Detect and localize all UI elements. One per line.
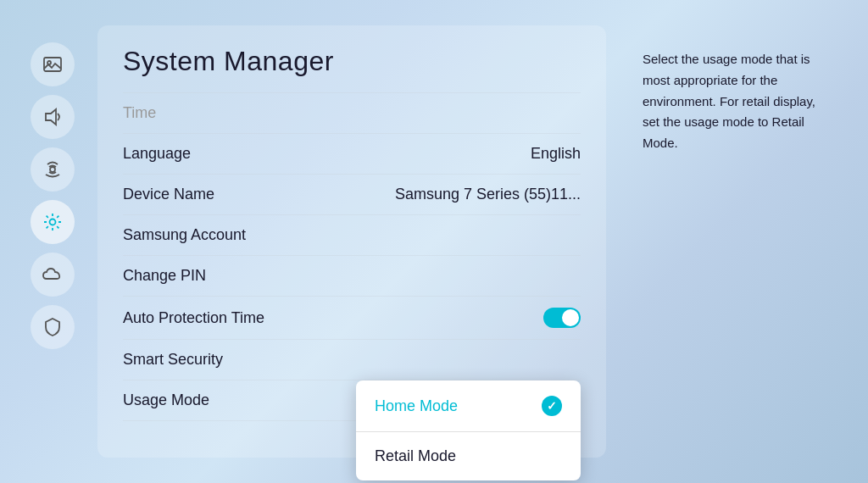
menu-item-language[interactable]: Language English [123, 134, 581, 175]
dropdown-option-home-mode[interactable]: Home Mode [356, 380, 581, 432]
menu-item-auto-protection[interactable]: Auto Protection Time [123, 297, 581, 340]
usage-mode-label: Usage Mode [123, 391, 209, 409]
menu-item-samsung-account[interactable]: Samsung Account [123, 215, 581, 256]
svg-rect-0 [44, 58, 61, 71]
usage-mode-dropdown: Home Mode Retail Mode [356, 380, 581, 480]
sidebar-item-sound[interactable] [31, 95, 75, 139]
home-mode-label: Home Mode [375, 397, 458, 415]
smart-security-label: Smart Security [123, 351, 223, 369]
home-mode-check-icon [542, 396, 562, 416]
page-title: System Manager [123, 46, 581, 77]
language-value: English [531, 145, 581, 163]
sidebar-item-broadcast[interactable] [31, 147, 75, 192]
svg-point-4 [50, 219, 56, 225]
sidebar-item-shield[interactable] [31, 305, 75, 349]
auto-protection-toggle[interactable] [543, 308, 581, 328]
language-label: Language [123, 145, 191, 163]
menu-list: Time Language English Device Name Samsun… [123, 92, 581, 421]
info-text: Select the usage mode that is most appro… [643, 49, 834, 154]
samsung-account-label: Samsung Account [123, 226, 246, 244]
menu-item-smart-security[interactable]: Smart Security [123, 340, 581, 380]
menu-item-change-pin[interactable]: Change PIN [123, 256, 581, 297]
device-name-label: Device Name [123, 186, 214, 203]
menu-item-device-name[interactable]: Device Name Samsung 7 Series (55)11... [123, 175, 581, 215]
sidebar [24, 42, 81, 349]
sidebar-item-picture[interactable] [31, 42, 75, 86]
change-pin-label: Change PIN [123, 267, 206, 285]
svg-marker-2 [46, 109, 56, 125]
retail-mode-label: Retail Mode [375, 447, 456, 465]
menu-item-time[interactable]: Time [123, 92, 581, 134]
main-panel: System Manager Time Language English Dev… [97, 25, 606, 458]
device-name-value: Samsung 7 Series (55)11... [395, 186, 581, 203]
menu-item-usage-mode[interactable]: Usage Mode Home Mode Retail Mode [123, 380, 581, 421]
info-panel: Select the usage mode that is most appro… [624, 25, 853, 458]
sidebar-item-settings[interactable] [31, 200, 75, 244]
sidebar-item-cloud[interactable] [31, 253, 75, 297]
svg-point-3 [50, 167, 55, 172]
auto-protection-label: Auto Protection Time [123, 309, 264, 327]
time-label: Time [123, 104, 156, 122]
dropdown-option-retail-mode[interactable]: Retail Mode [356, 432, 581, 480]
